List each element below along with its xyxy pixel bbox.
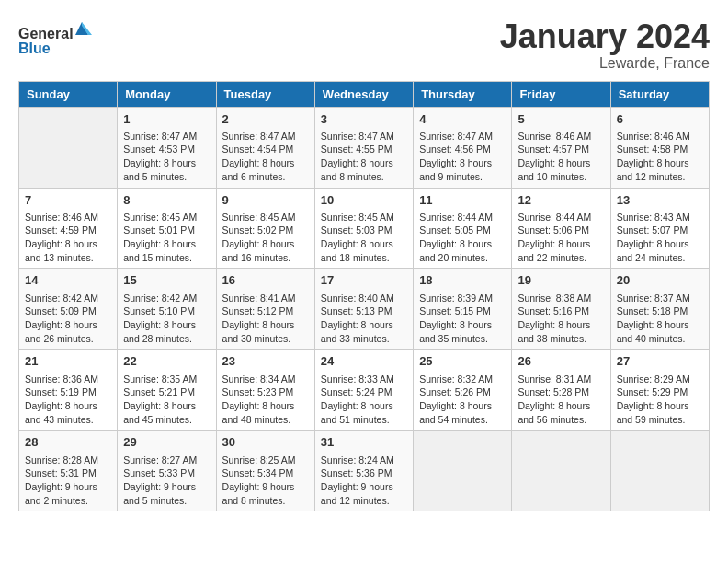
calendar-cell: 31Sunrise: 8:24 AMSunset: 5:36 PMDayligh…	[314, 431, 413, 511]
day-number: 6	[617, 111, 703, 128]
calendar-cell: 2Sunrise: 8:47 AMSunset: 4:54 PMDaylight…	[216, 107, 314, 188]
day-info-line: and 59 minutes.	[617, 413, 703, 427]
day-info-line: Sunrise: 8:37 AM	[617, 292, 703, 305]
svg-text:Blue: Blue	[18, 40, 51, 56]
day-info-line: and 2 minutes.	[25, 494, 111, 508]
day-info-line: Sunset: 5:18 PM	[617, 304, 703, 318]
day-number: 19	[518, 272, 604, 289]
day-info-line: Daylight: 8 hours	[222, 156, 309, 170]
day-number: 20	[617, 272, 703, 289]
day-info-line: and 5 minutes.	[123, 170, 210, 184]
day-number: 7	[25, 192, 111, 209]
calendar-cell: 7Sunrise: 8:46 AMSunset: 4:59 PMDaylight…	[19, 188, 118, 269]
calendar-cell: 10Sunrise: 8:45 AMSunset: 5:03 PMDayligh…	[314, 188, 413, 269]
day-info-line: Sunset: 5:24 PM	[321, 385, 407, 399]
day-number: 31	[321, 434, 407, 451]
day-info-line: Sunrise: 8:44 AM	[419, 211, 506, 224]
calendar-body: 1Sunrise: 8:47 AMSunset: 4:53 PMDaylight…	[19, 107, 710, 511]
day-info-line: Daylight: 8 hours	[123, 237, 210, 251]
day-info-line: Sunrise: 8:25 AM	[222, 454, 309, 467]
day-info-line: Sunrise: 8:47 AM	[321, 130, 407, 144]
day-info-line: Daylight: 8 hours	[321, 318, 407, 332]
day-info-line: Sunset: 5:01 PM	[123, 224, 210, 237]
calendar-title: January 2024	[500, 18, 710, 55]
day-number: 23	[222, 353, 309, 370]
calendar-header-row: SundayMondayTuesdayWednesdayThursdayFrid…	[19, 81, 710, 107]
col-header-thursday: Thursday	[414, 81, 512, 107]
day-info-line: and 33 minutes.	[321, 332, 407, 346]
day-info-line: Daylight: 8 hours	[617, 237, 703, 251]
day-number: 15	[123, 272, 210, 289]
calendar-cell: 23Sunrise: 8:34 AMSunset: 5:23 PMDayligh…	[216, 350, 314, 431]
calendar-cell	[414, 431, 512, 511]
day-info-line: Daylight: 8 hours	[321, 156, 407, 170]
col-header-friday: Friday	[512, 81, 610, 107]
day-info-line: Sunset: 5:03 PM	[321, 224, 407, 237]
day-number: 4	[419, 111, 506, 128]
day-info-line: Sunset: 5:36 PM	[321, 466, 407, 480]
day-info-line: Daylight: 8 hours	[419, 156, 506, 170]
calendar-cell: 1Sunrise: 8:47 AMSunset: 4:53 PMDaylight…	[118, 107, 216, 188]
day-number: 12	[518, 192, 604, 209]
day-info-line: Sunset: 5:31 PM	[25, 466, 111, 480]
day-info-line: and 35 minutes.	[419, 332, 506, 346]
svg-text:General: General	[18, 26, 74, 41]
calendar-cell: 8Sunrise: 8:45 AMSunset: 5:01 PMDaylight…	[118, 188, 216, 269]
page-header: General Blue January 2024 Lewarde, Franc…	[18, 18, 710, 72]
calendar-cell: 3Sunrise: 8:47 AMSunset: 4:55 PMDaylight…	[314, 107, 413, 188]
col-header-monday: Monday	[118, 81, 216, 107]
day-info-line: Daylight: 8 hours	[321, 399, 407, 413]
day-info-line: and 10 minutes.	[518, 170, 604, 184]
day-number: 25	[419, 353, 506, 370]
day-info-line: Sunrise: 8:34 AM	[222, 373, 309, 386]
day-info-line: Sunset: 5:06 PM	[518, 224, 604, 237]
day-info-line: Sunrise: 8:45 AM	[222, 211, 309, 224]
day-info-line: Sunset: 5:28 PM	[518, 385, 604, 399]
day-info-line: and 5 minutes.	[123, 494, 210, 508]
day-info-line: and 24 minutes.	[617, 251, 703, 265]
day-info-line: Daylight: 8 hours	[123, 156, 210, 170]
day-info-line: and 12 minutes.	[321, 494, 407, 508]
day-info-line: Sunset: 5:34 PM	[222, 466, 309, 480]
day-info-line: Daylight: 9 hours	[123, 480, 210, 494]
logo-wordmark: General Blue	[18, 18, 119, 63]
calendar-cell: 9Sunrise: 8:45 AMSunset: 5:02 PMDaylight…	[216, 188, 314, 269]
day-info-line: Sunset: 4:57 PM	[518, 143, 604, 156]
day-info-line: Daylight: 9 hours	[321, 480, 407, 494]
calendar-table: SundayMondayTuesdayWednesdayThursdayFrid…	[18, 81, 710, 512]
day-info-line: Sunrise: 8:36 AM	[25, 373, 111, 386]
day-info-line: and 18 minutes.	[321, 251, 407, 265]
day-info-line: and 43 minutes.	[25, 413, 111, 427]
day-info-line: Sunset: 5:16 PM	[518, 304, 604, 318]
calendar-cell: 27Sunrise: 8:29 AMSunset: 5:29 PMDayligh…	[610, 350, 709, 431]
week-row-5: 28Sunrise: 8:28 AMSunset: 5:31 PMDayligh…	[19, 431, 710, 511]
day-info-line: Sunset: 5:05 PM	[419, 224, 506, 237]
day-info-line: Sunrise: 8:29 AM	[617, 373, 703, 386]
col-header-saturday: Saturday	[610, 81, 709, 107]
day-info-line: Daylight: 8 hours	[419, 237, 506, 251]
day-info-line: Sunrise: 8:40 AM	[321, 292, 407, 305]
day-info-line: Daylight: 8 hours	[518, 318, 604, 332]
day-info-line: and 22 minutes.	[518, 251, 604, 265]
day-info-line: Sunset: 5:13 PM	[321, 304, 407, 318]
day-info-line: Sunrise: 8:47 AM	[222, 130, 309, 144]
logo: General Blue	[18, 18, 119, 63]
day-number: 26	[518, 353, 604, 370]
calendar-cell: 26Sunrise: 8:31 AMSunset: 5:28 PMDayligh…	[512, 350, 610, 431]
day-info-line: and 16 minutes.	[222, 251, 309, 265]
calendar-cell: 6Sunrise: 8:46 AMSunset: 4:58 PMDaylight…	[610, 107, 709, 188]
day-info-line: Sunset: 4:56 PM	[419, 143, 506, 156]
day-info-line: Daylight: 8 hours	[321, 237, 407, 251]
day-info-line: and 28 minutes.	[123, 332, 210, 346]
week-row-1: 1Sunrise: 8:47 AMSunset: 4:53 PMDaylight…	[19, 107, 710, 188]
day-info-line: Sunset: 5:12 PM	[222, 304, 309, 318]
calendar-cell: 13Sunrise: 8:43 AMSunset: 5:07 PMDayligh…	[610, 188, 709, 269]
day-info-line: Sunset: 4:58 PM	[617, 143, 703, 156]
day-info-line: Sunrise: 8:45 AM	[321, 211, 407, 224]
day-info-line: Daylight: 8 hours	[222, 237, 309, 251]
day-info-line: Sunrise: 8:38 AM	[518, 292, 604, 305]
day-info-line: Sunset: 5:29 PM	[617, 385, 703, 399]
col-header-wednesday: Wednesday	[314, 81, 413, 107]
day-info-line: Daylight: 8 hours	[123, 318, 210, 332]
day-number: 22	[123, 353, 210, 370]
